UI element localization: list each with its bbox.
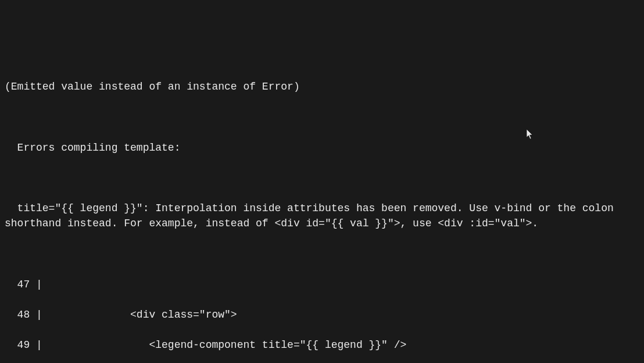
section-title: Errors compiling template:	[5, 140, 639, 155]
error-header: (Emitted value instead of an instance of…	[5, 79, 639, 94]
code-line-47: 47 |	[5, 277, 639, 292]
terminal-output: (Emitted value instead of an instance of…	[5, 64, 639, 363]
error-message: title="{{ legend }}": Interpolation insi…	[5, 201, 639, 231]
blank-line	[5, 247, 639, 262]
blank-line	[5, 170, 639, 186]
blank-line	[5, 110, 639, 125]
code-line-49: 49 | <legend-component title="{{ legend …	[5, 337, 639, 353]
code-line-48: 48 | <div class="row">	[5, 307, 639, 322]
